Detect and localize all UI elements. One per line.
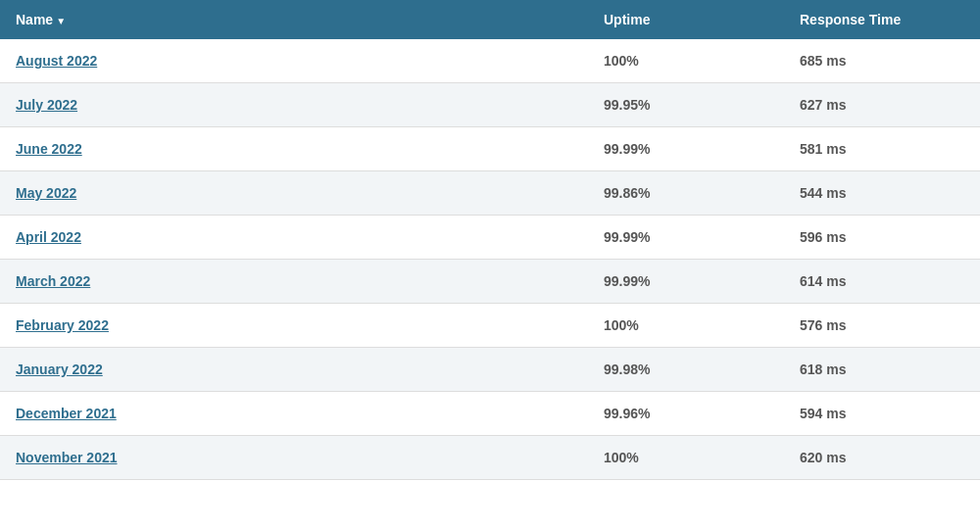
response-time-cell: 594 ms: [784, 392, 980, 436]
name-cell: December 2021: [0, 392, 588, 436]
month-link[interactable]: August 2022: [16, 53, 97, 69]
table-row: May 202299.86%544 ms: [0, 171, 980, 216]
name-cell: November 2021: [0, 436, 588, 480]
response-time-cell: 614 ms: [784, 260, 980, 304]
month-link[interactable]: April 2022: [16, 229, 81, 245]
name-cell: May 2022: [0, 171, 588, 216]
name-cell: July 2022: [0, 83, 588, 127]
month-link[interactable]: January 2022: [16, 361, 103, 377]
table-row: February 2022100%576 ms: [0, 304, 980, 348]
response-time-cell: 576 ms: [784, 304, 980, 348]
name-header-label: Name: [16, 12, 53, 27]
month-link[interactable]: December 2021: [16, 406, 117, 421]
uptime-header-label: Uptime: [604, 12, 650, 27]
uptime-cell: 99.99%: [588, 260, 784, 304]
response-time-cell: 581 ms: [784, 127, 980, 171]
table-row: March 202299.99%614 ms: [0, 260, 980, 304]
month-link[interactable]: March 2022: [16, 273, 90, 289]
name-cell: June 2022: [0, 127, 588, 171]
uptime-cell: 100%: [588, 304, 784, 348]
name-cell: April 2022: [0, 216, 588, 260]
response-time-header-label: Response Time: [800, 12, 901, 27]
uptime-cell: 99.99%: [588, 216, 784, 260]
response-time-cell: 618 ms: [784, 348, 980, 392]
response-time-cell: 544 ms: [784, 171, 980, 216]
month-link[interactable]: July 2022: [16, 97, 77, 113]
table-header: Name▼ Uptime Response Time: [0, 0, 980, 39]
uptime-cell: 99.95%: [588, 83, 784, 127]
name-column-header[interactable]: Name▼: [0, 0, 588, 39]
uptime-cell: 100%: [588, 436, 784, 480]
table-row: June 202299.99%581 ms: [0, 127, 980, 171]
name-cell: January 2022: [0, 348, 588, 392]
name-cell: August 2022: [0, 39, 588, 83]
uptime-cell: 99.98%: [588, 348, 784, 392]
month-link[interactable]: November 2021: [16, 450, 118, 465]
month-link[interactable]: June 2022: [16, 141, 82, 157]
response-time-cell: 620 ms: [784, 436, 980, 480]
name-cell: February 2022: [0, 304, 588, 348]
table-row: January 202299.98%618 ms: [0, 348, 980, 392]
table-row: November 2021100%620 ms: [0, 436, 980, 480]
uptime-cell: 99.99%: [588, 127, 784, 171]
table-row: April 202299.99%596 ms: [0, 216, 980, 260]
month-link[interactable]: February 2022: [16, 317, 109, 333]
response-time-cell: 596 ms: [784, 216, 980, 260]
table-row: August 2022100%685 ms: [0, 39, 980, 83]
table-body: August 2022100%685 msJuly 202299.95%627 …: [0, 39, 980, 480]
uptime-table: Name▼ Uptime Response Time August 202210…: [0, 0, 980, 480]
response-time-cell: 685 ms: [784, 39, 980, 83]
uptime-cell: 99.86%: [588, 171, 784, 216]
sort-indicator: ▼: [56, 16, 66, 26]
uptime-column-header[interactable]: Uptime: [588, 0, 784, 39]
table-row: July 202299.95%627 ms: [0, 83, 980, 127]
response-time-column-header[interactable]: Response Time: [784, 0, 980, 39]
month-link[interactable]: May 2022: [16, 185, 76, 201]
table-row: December 202199.96%594 ms: [0, 392, 980, 436]
uptime-cell: 100%: [588, 39, 784, 83]
response-time-cell: 627 ms: [784, 83, 980, 127]
name-cell: March 2022: [0, 260, 588, 304]
uptime-cell: 99.96%: [588, 392, 784, 436]
